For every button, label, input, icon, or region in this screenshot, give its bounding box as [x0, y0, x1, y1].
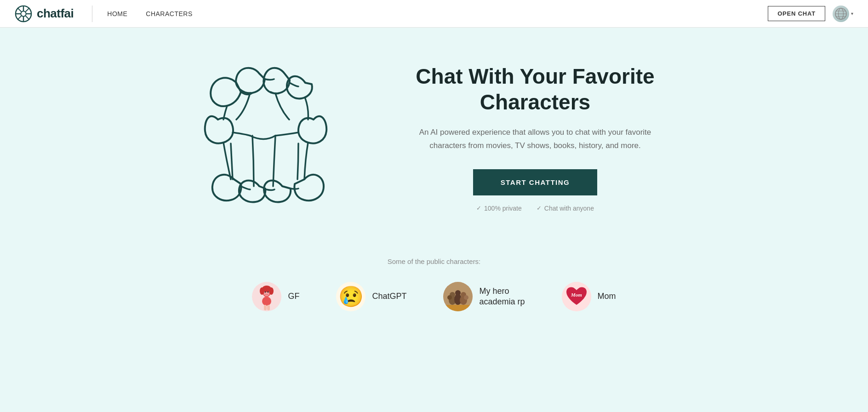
svg-text:Mom: Mom [571, 292, 582, 298]
gf-avatar-svg [252, 282, 281, 311]
svg-line-8 [26, 8, 29, 11]
chatgpt-emoji: 😢 [338, 285, 364, 309]
hero-badge-chat: ✓ Chat with anyone [537, 205, 594, 212]
character-avatar-gf [252, 282, 281, 311]
mom-avatar-svg: Mom [562, 282, 591, 311]
characters-grid: GF 😢 ChatGPT [18, 282, 850, 311]
character-card-gf[interactable]: GF [252, 282, 299, 311]
character-card-chatgpt[interactable]: 😢 ChatGPT [336, 282, 406, 311]
character-avatar-mha [443, 282, 473, 311]
characters-section: Some of the public characters: [0, 230, 868, 330]
character-name-mha: My heroacademia rp [479, 286, 525, 308]
avatar-chevron-icon: ▾ [851, 11, 853, 16]
hero-section: Chat With Your Favorite Characters An AI… [0, 28, 868, 230]
character-avatar-chatgpt: 😢 [336, 282, 365, 311]
svg-point-24 [265, 292, 266, 293]
hero-badges: ✓ 100% private ✓ Chat with anyone [402, 205, 668, 212]
character-name-chatgpt: ChatGPT [372, 291, 406, 302]
characters-subtitle: Some of the public characters: [18, 258, 850, 265]
svg-point-1 [21, 11, 26, 16]
hero-badge-private: ✓ 100% private [476, 205, 522, 212]
svg-line-6 [17, 8, 21, 11]
check-private-icon: ✓ [476, 205, 481, 212]
svg-rect-22 [264, 305, 267, 310]
badge-private-label: 100% private [484, 205, 522, 212]
svg-point-21 [262, 297, 271, 306]
mha-avatar-svg [443, 282, 473, 311]
character-name-mom: Mom [598, 291, 616, 302]
nav-links: HOME CHARACTERS [107, 10, 768, 17]
open-chat-button[interactable]: OPEN CHAT [768, 6, 825, 21]
character-name-gf: GF [288, 291, 299, 302]
svg-point-20 [269, 287, 274, 295]
nav-divider [92, 6, 92, 22]
check-chat-icon: ✓ [537, 205, 542, 212]
svg-line-9 [17, 16, 21, 19]
start-chatting-button[interactable]: START CHATTING [473, 169, 597, 195]
svg-point-19 [260, 287, 264, 295]
nav-link-characters[interactable]: CHARACTERS [146, 10, 192, 17]
logo[interactable]: chatfai [15, 5, 74, 23]
nav-link-home[interactable]: HOME [107, 10, 127, 17]
logo-text: chatfai [37, 6, 74, 21]
chatfai-logo-icon [15, 5, 32, 23]
svg-rect-35 [443, 305, 473, 311]
svg-line-7 [26, 16, 29, 19]
svg-point-34 [464, 295, 468, 300]
svg-point-25 [268, 292, 269, 293]
user-avatar-dropdown[interactable]: ▾ [833, 6, 853, 22]
hero-content: Chat With Your Favorite Characters An AI… [402, 64, 668, 212]
globe-icon [834, 7, 847, 20]
nav-right: OPEN CHAT ▾ [768, 6, 853, 22]
character-card-mom[interactable]: Mom Mom [562, 282, 616, 311]
user-avatar[interactable] [833, 6, 849, 22]
hero-subtitle: An AI powered experience that allows you… [402, 126, 668, 153]
badge-chat-label: Chat with anyone [544, 205, 594, 212]
character-card-mha[interactable]: My heroacademia rp [443, 282, 525, 311]
hero-title: Chat With Your Favorite Characters [402, 64, 668, 114]
character-avatar-mom: Mom [562, 282, 591, 311]
navbar: chatfai HOME CHARACTERS OPEN CHAT ▾ [0, 0, 868, 28]
svg-point-33 [447, 295, 452, 300]
brain-illustration [200, 55, 347, 221]
svg-rect-23 [267, 305, 270, 310]
